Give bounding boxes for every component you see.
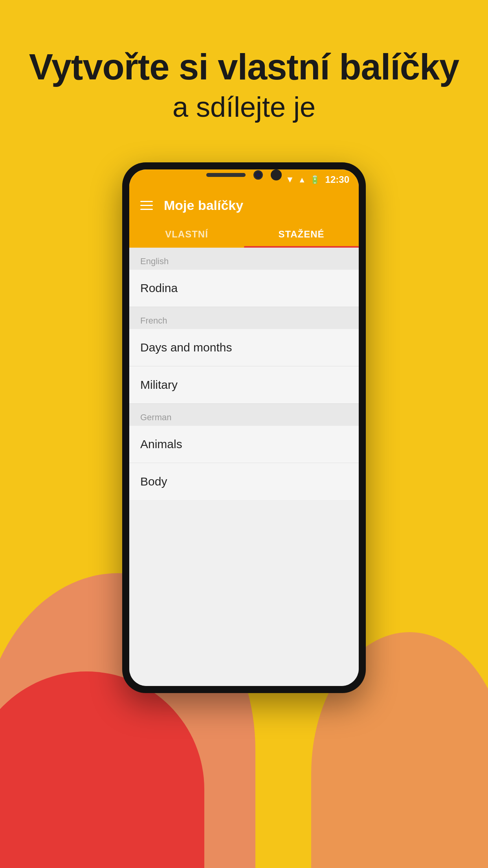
list-item-rodina[interactable]: Rodina [129, 270, 359, 307]
headline-title: Vytvořte si vlastní balíčky [0, 47, 488, 87]
headline-area: Vytvořte si vlastní balíčky a sdílejte j… [0, 0, 488, 147]
german-section-group: German Animals Body [129, 404, 359, 500]
app-title: Moje balíčky [164, 198, 243, 213]
app-header: Moje balíčky [129, 190, 359, 221]
headline-subtitle: a sdílejte je [0, 91, 488, 123]
phone-top-bar [122, 169, 366, 180]
tab-stazene[interactable]: STAŽENÉ [244, 221, 359, 248]
french-section-header: French [129, 307, 359, 329]
french-section-group: French Days and months Military [129, 307, 359, 403]
phone-speaker [206, 173, 246, 177]
english-section-group: English Rodina [129, 248, 359, 307]
phone-container: ▼ ▲ 🔋 12:30 Moje balíčky VLASTNÍ [0, 162, 488, 693]
list-item-animals[interactable]: Animals [129, 426, 359, 463]
list-item-days-and-months[interactable]: Days and months [129, 329, 359, 366]
phone-sensor [271, 169, 282, 180]
tabs-bar: VLASTNÍ STAŽENÉ [129, 221, 359, 248]
hamburger-menu-icon[interactable] [140, 201, 153, 210]
tab-vlastni[interactable]: VLASTNÍ [129, 221, 244, 248]
phone-camera [253, 170, 263, 180]
phone-frame: ▼ ▲ 🔋 12:30 Moje balíčky VLASTNÍ [122, 162, 366, 693]
phone-screen: ▼ ▲ 🔋 12:30 Moje balíčky VLASTNÍ [129, 169, 359, 686]
list-item-military[interactable]: Military [129, 366, 359, 403]
english-section-header: English [129, 248, 359, 270]
german-section-header: German [129, 404, 359, 426]
list-item-body[interactable]: Body [129, 463, 359, 500]
content-list: English Rodina French Days and months Mi… [129, 248, 359, 686]
